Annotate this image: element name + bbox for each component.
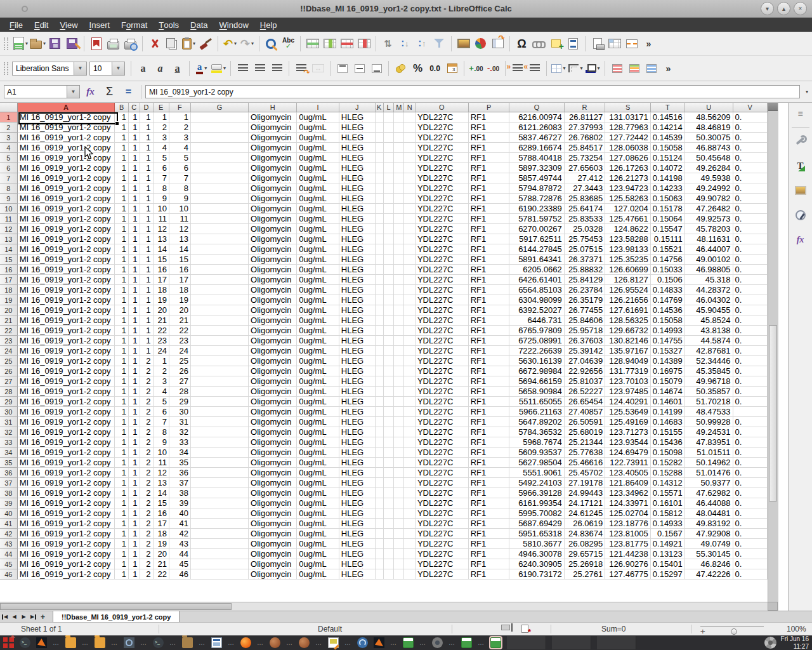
- cell-U28[interactable]: 50.35857: [685, 387, 733, 397]
- cell-L43[interactable]: [384, 539, 395, 549]
- cell-K33[interactable]: [376, 437, 384, 448]
- cell-R46[interactable]: 25.2761: [565, 569, 605, 580]
- cell-D2[interactable]: 1: [140, 123, 154, 133]
- cell-M15[interactable]: [394, 255, 404, 265]
- cell-Q42[interactable]: 5951.65318: [509, 529, 564, 539]
- cell-T20[interactable]: 0.14536: [651, 305, 685, 315]
- cell-E31[interactable]: 7: [154, 417, 169, 427]
- cell-Q19[interactable]: 6304.98099: [509, 295, 564, 305]
- cell-D21[interactable]: 1: [140, 315, 154, 326]
- cell-T43[interactable]: 0.14921: [651, 539, 685, 549]
- cell-J23[interactable]: HLEG: [339, 336, 376, 346]
- cell-D15[interactable]: 1: [140, 255, 154, 265]
- cell-U45[interactable]: 46.8246: [685, 559, 733, 569]
- cell-R40[interactable]: 24.61245: [565, 508, 605, 519]
- cell-A34[interactable]: MI 16_0919_yor1-2 copy: [18, 448, 115, 458]
- cell-N5[interactable]: [404, 153, 416, 163]
- column-header-R[interactable]: R: [565, 103, 605, 112]
- cell-Q36[interactable]: 5551.9061: [509, 468, 564, 478]
- row-header-33[interactable]: 33: [0, 437, 18, 448]
- cell-S40[interactable]: 125.02704: [605, 508, 651, 519]
- row-header-37[interactable]: 37: [0, 478, 18, 488]
- file-manager-window-button[interactable]: [95, 637, 105, 648]
- cell-E16[interactable]: 16: [154, 265, 169, 275]
- row-header-25[interactable]: 25: [0, 356, 18, 366]
- insert-chart-button[interactable]: [472, 34, 489, 53]
- pivot-table-button[interactable]: [489, 34, 506, 53]
- cell-J14[interactable]: HLEG: [339, 244, 376, 255]
- cell-S14[interactable]: 123.98133: [605, 244, 651, 255]
- cell-V11[interactable]: 0.: [733, 214, 768, 224]
- cell-G12[interactable]: [191, 224, 249, 234]
- cell-Q17[interactable]: 6426.61401: [509, 275, 564, 285]
- cell-I8[interactable]: 0ug/mL: [297, 183, 339, 194]
- cell-K7[interactable]: [376, 173, 384, 183]
- data-bar-button[interactable]: [643, 59, 660, 78]
- cell-K27[interactable]: [376, 376, 384, 387]
- cell-J5[interactable]: HLEG: [339, 153, 376, 163]
- cell-J17[interactable]: HLEG: [339, 275, 376, 285]
- cell-V28[interactable]: 0.: [733, 387, 768, 397]
- cell-A2[interactable]: MI 16_0919_yor1-2 copy: [18, 123, 115, 133]
- cell-Q27[interactable]: 5694.66159: [509, 376, 564, 387]
- cell-C34[interactable]: 1: [129, 448, 140, 458]
- cell-V37[interactable]: 0.: [733, 478, 768, 488]
- cell-V18[interactable]: 0.: [733, 285, 768, 295]
- file-manager-window-button[interactable]: [65, 637, 76, 648]
- cell-F38[interactable]: 38: [169, 488, 191, 498]
- cell-Q9[interactable]: 5788.72876: [509, 194, 564, 204]
- cell-M5[interactable]: [394, 153, 404, 163]
- cell-A32[interactable]: MI 16_0919_yor1-2 copy: [18, 427, 115, 437]
- cell-E12[interactable]: 12: [154, 224, 169, 234]
- row-header-40[interactable]: 40: [0, 508, 18, 519]
- cell-A24[interactable]: MI 16_0919_yor1-2 copy: [18, 346, 115, 356]
- cell-S16[interactable]: 126.60699: [605, 265, 651, 275]
- cell-Q29[interactable]: 5511.65055: [509, 397, 564, 407]
- cell-M40[interactable]: [394, 508, 404, 519]
- column-header-L[interactable]: L: [384, 103, 395, 112]
- menu-view[interactable]: View: [54, 18, 83, 32]
- cell-R43[interactable]: 26.08295: [565, 539, 605, 549]
- cell-H38[interactable]: Oligomycin: [249, 488, 297, 498]
- cell-V33[interactable]: 0.: [733, 437, 768, 448]
- cell-A38[interactable]: MI 16_0919_yor1-2 copy: [18, 488, 115, 498]
- cell-E43[interactable]: 19: [154, 539, 169, 549]
- cell-I35[interactable]: 0ug/mL: [297, 458, 339, 468]
- cell-H42[interactable]: Oligomycin: [249, 529, 297, 539]
- cell-L12[interactable]: [384, 224, 395, 234]
- cell-E45[interactable]: 21: [154, 559, 169, 569]
- cell-P13[interactable]: RF1: [469, 234, 510, 244]
- cell-E32[interactable]: 8: [154, 427, 169, 437]
- cell-V15[interactable]: 0.: [733, 255, 768, 265]
- cell-S46[interactable]: 127.46775: [605, 569, 651, 580]
- chevron-down-icon[interactable]: ▾: [223, 65, 226, 71]
- cell-A35[interactable]: MI 16_0919_yor1-2 copy: [18, 458, 115, 468]
- cell-O3[interactable]: YDL227C: [416, 133, 469, 143]
- sidebar-settings-button[interactable]: ≡: [792, 106, 809, 121]
- cell-H8[interactable]: Oligomycin: [249, 183, 297, 194]
- cell-C45[interactable]: 1: [129, 559, 140, 569]
- zoom-slider-thumb[interactable]: [731, 628, 737, 635]
- cell-Q39[interactable]: 6161.99354: [509, 498, 564, 508]
- app-window-button[interactable]: [357, 637, 368, 648]
- cell-J25[interactable]: HLEG: [339, 356, 376, 366]
- cell-Q13[interactable]: 5917.62511: [509, 234, 564, 244]
- cell-U44[interactable]: 55.30145: [685, 549, 733, 559]
- cell-P44[interactable]: RF1: [469, 549, 510, 559]
- cell-A43[interactable]: MI 16_0919_yor1-2 copy: [18, 539, 115, 549]
- cell-K16[interactable]: [376, 265, 384, 275]
- cell-O9[interactable]: YDL227C: [416, 194, 469, 204]
- cell-B35[interactable]: 1: [115, 458, 129, 468]
- cell-C15[interactable]: 1: [129, 255, 140, 265]
- cell-U18[interactable]: 44.28372: [685, 285, 733, 295]
- cell-L25[interactable]: [384, 356, 395, 366]
- cell-V40[interactable]: 0.: [733, 508, 768, 519]
- cell-O37[interactable]: YDL227C: [416, 478, 469, 488]
- cell-M10[interactable]: [394, 204, 404, 214]
- cell-P10[interactable]: RF1: [469, 204, 510, 214]
- cell-E33[interactable]: 9: [154, 437, 169, 448]
- cell-M33[interactable]: [394, 437, 404, 448]
- cell-S43[interactable]: 123.81775: [605, 539, 651, 549]
- cell-K22[interactable]: [376, 326, 384, 336]
- cell-P6[interactable]: RF1: [469, 163, 510, 173]
